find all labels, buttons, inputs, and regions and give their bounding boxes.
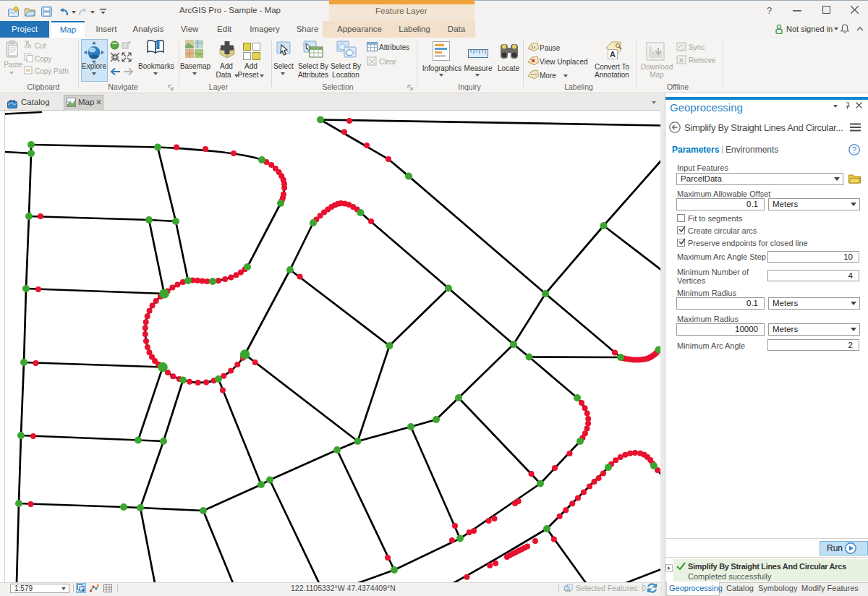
svg-text:?: ? — [852, 145, 856, 154]
svg-text:A: A — [610, 50, 616, 59]
